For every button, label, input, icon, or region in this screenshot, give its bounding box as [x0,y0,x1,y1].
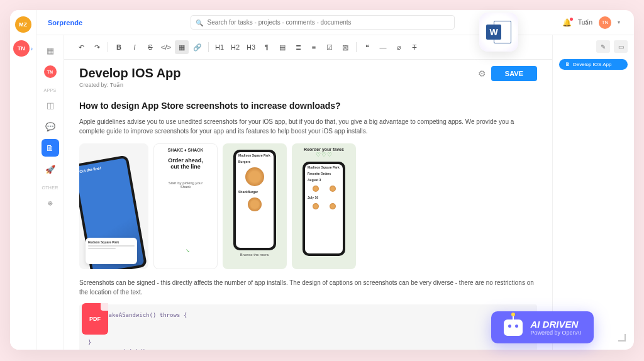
clear-format-button[interactable]: ⌀ [392,40,406,54]
strike-button[interactable]: S [143,40,157,54]
search-wrap: 🔍 [191,15,455,30]
edit-icon[interactable]: ✎ [596,40,610,53]
nav-chat-icon[interactable]: 💬 [42,118,59,135]
ordered-list-button[interactable]: ≡ [307,40,321,54]
bold-button[interactable]: B [112,40,126,54]
ai-subtitle: Powered by OpenAI [530,330,581,336]
workspace-rail: MZ TN › [10,10,36,350]
h1-button[interactable]: H1 [213,40,226,54]
code-inline-button[interactable]: </> [159,40,173,54]
chevron-down-icon[interactable]: ▾ [618,19,620,25]
screenshot-row: Cut the line! Hudson Square Park SHAKE ♦… [79,143,537,269]
image-button[interactable]: ▦ [175,40,189,54]
screenshot-1: Cut the line! Hudson Square Park [79,143,148,269]
nav-books-icon[interactable]: ▦ [42,42,59,59]
heart-icon: ♡♡♡ [316,152,333,158]
ai-driven-card[interactable]: AI DRIVEN Powered by OpenAI [491,311,594,343]
hr-button[interactable]: — [376,40,390,54]
main-area: Sorprende 🔍 🔔 Tuấn TN ▾ ▦ TN APPS ◫ 💬 🗎 … [36,10,634,350]
save-button[interactable]: SAVE [491,66,537,81]
nav-docs-icon[interactable]: 🗎 [42,139,59,157]
workspace-avatar-1[interactable]: MZ [15,16,31,33]
left-nav: ▦ TN APPS ◫ 💬 🗎 🚀 OTHER ⎈ [36,35,64,350]
document-created-by: Created by: Tuấn [79,82,181,88]
screenshot-2: SHAKE ♦ SHACK Order ahead, cut the line … [153,143,218,269]
workspace-avatar-2[interactable]: TN [13,40,30,57]
word-app-icon: W [479,13,518,52]
undo-button[interactable]: ↶ [74,40,88,54]
link-button[interactable]: 🔗 [191,40,204,54]
heading: How to design App Store screenshots to i… [79,101,537,111]
paragraph-1: Apple guidelines advise you to use unedi… [79,117,537,136]
nav-avatar-icon[interactable]: TN [42,63,59,81]
code-block-button[interactable]: ▧ [338,40,352,54]
document-title[interactable]: Develop IOS App [79,66,181,81]
table-button[interactable]: ▤ [275,40,289,54]
pdf-badge-icon: PDF [82,303,112,337]
paragraph-button[interactable]: ¶ [260,40,274,54]
outline-chip[interactable]: 🗎 Develop IOS App [559,59,628,70]
arrow-down-icon: ↘ [186,248,190,253]
nav-dashboard-icon[interactable]: ◫ [42,96,59,114]
gear-icon[interactable]: ⚙ [478,69,486,79]
h3-button[interactable]: H3 [244,40,258,54]
nav-rocket-icon[interactable]: 🚀 [42,160,59,178]
user-avatar[interactable]: TN [599,16,611,29]
ai-title: AI DRIVEN [530,319,581,330]
robot-icon [504,319,523,336]
top-bar: Sorprende 🔍 🔔 Tuấn TN ▾ [36,10,634,35]
clear-button[interactable]: T [408,40,421,54]
search-input[interactable] [191,15,455,30]
screenshot-3: Madison Square Park Burgers ShackBurger … [223,143,287,269]
document-body[interactable]: How to design App Store screenshots to i… [64,92,552,350]
bullet-list-button[interactable]: ≣ [291,40,305,54]
notification-bell-icon[interactable]: 🔔 [562,18,572,27]
resize-handle-icon[interactable] [618,334,626,342]
document-pane: ↶ ↷ B I S </> ▦ 🔗 H1 H2 H3 ¶ [64,35,552,350]
paragraph-2: Screenshots can be signed - this directl… [79,278,537,297]
nav-group-other: OTHER [42,186,58,190]
redo-button[interactable]: ↷ [90,40,104,54]
screenshot-4: Reorder your faves ♡♡♡ Madison Square Pa… [292,143,356,269]
code-block[interactable]: func makeASandwich() throws { } andwich(… [79,304,537,350]
quote-button[interactable]: ❝ [360,40,374,54]
checklist-button[interactable]: ☑ [323,40,336,54]
user-name: Tuấn [578,19,592,26]
nav-location-icon[interactable]: ⎈ [42,194,59,211]
brand-logo: Sorprende [48,19,82,26]
italic-button[interactable]: I [128,40,142,54]
nav-group-apps: APPS [44,88,57,92]
h2-button[interactable]: H2 [228,40,242,54]
right-rail: ✎ ▭ 🗎 Develop IOS App [552,35,634,350]
panel-icon[interactable]: ▭ [614,40,628,53]
file-icon: 🗎 [565,62,570,67]
chevron-right-icon[interactable]: › [31,45,33,52]
search-icon: 🔍 [196,19,203,26]
